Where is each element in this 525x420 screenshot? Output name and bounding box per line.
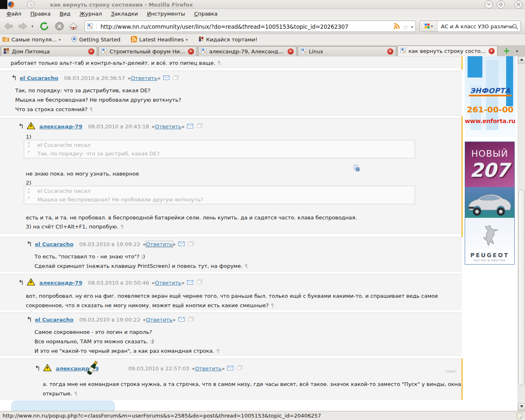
mail-icon[interactable] — [187, 280, 193, 286]
bookmark-folder-popular[interactable]: Самые популя... ▾ — [2, 36, 61, 43]
pages-icon[interactable] — [172, 75, 179, 82]
post-fragment: работает только альт-таб и контрл-альт-д… — [0, 56, 462, 68]
tab-close-icon[interactable]: ✕ — [488, 48, 495, 54]
tab-close-icon[interactable]: ✕ — [288, 48, 294, 55]
reply-link[interactable]: Ответить — [131, 75, 158, 81]
warning-icon — [27, 122, 35, 131]
maximize-button[interactable] — [497, 0, 505, 9]
minimize-button[interactable] — [485, 0, 493, 9]
pages-icon[interactable] — [196, 123, 203, 130]
enforta-phone: 261-00-00 — [465, 105, 516, 114]
forward-button[interactable] — [17, 21, 28, 31]
enforta-site: www.enforta.ru — [465, 118, 516, 124]
post-text-line: а. тогда мне не командная строка нужна, … — [43, 379, 462, 389]
peugeot-ad-banner[interactable]: НОВЫЙ 207 PEUGEOT MOTION & EMOTION — [465, 142, 515, 265]
author-link[interactable]: el Cucaracho — [35, 317, 73, 323]
reply-link[interactable]: Ответить — [155, 280, 181, 286]
stop-button[interactable] — [54, 21, 65, 31]
bookmark-star-icon[interactable]: ☆ — [403, 23, 408, 31]
reply-arrow-icon — [18, 279, 23, 286]
mail-icon[interactable] — [163, 75, 169, 81]
home-button[interactable] — [68, 21, 79, 31]
search-engine-area: ▾ — [420, 21, 438, 32]
reply-link[interactable]: Ответить — [195, 365, 221, 372]
post: александр-79 08.03.2010 в 20:43:18 «Отве… — [0, 118, 462, 234]
post-text: Сделай скриншот (нажать клавишу PrintScr… — [34, 263, 242, 269]
search-engine-chevron-icon[interactable]: ▾ — [431, 24, 433, 28]
mail-icon[interactable] — [227, 365, 233, 372]
pilcrow: ¶ — [74, 391, 78, 397]
menu-tools[interactable]: Инструменты — [143, 10, 189, 18]
bookmark-getting-started[interactable]: Getting Started — [71, 36, 121, 43]
tab-favicon — [301, 48, 306, 55]
back-forward-chevron-icon[interactable]: ▾ — [30, 21, 35, 31]
menu-history[interactable]: Журнал — [75, 10, 106, 18]
url-bar[interactable]: http://www.nn.ru/community/user/linux/?d… — [84, 21, 416, 32]
post-date: 09.03.2010 в 19:09:22 — [79, 241, 140, 247]
note-icon[interactable] — [517, 413, 523, 420]
menu-bookmarks[interactable]: Закладки — [107, 10, 142, 18]
mail-icon[interactable] — [187, 123, 193, 130]
author-link[interactable]: александр-79 — [39, 123, 82, 130]
mail-icon[interactable] — [178, 317, 185, 323]
window-menu-icon[interactable] — [27, 1, 34, 8]
quote-arrow-icon: ↗ — [27, 196, 30, 200]
search-go-icon[interactable] — [512, 23, 518, 32]
peugeot-car-image — [465, 187, 514, 218]
author-link[interactable]: александр-79 — [39, 280, 82, 286]
guillemet: « — [143, 241, 146, 247]
tab-close-icon[interactable]: ✕ — [387, 48, 393, 55]
bookmark-tortami[interactable]: Кидайся тортами! — [199, 36, 258, 43]
reply-link[interactable]: Ответить — [155, 123, 181, 130]
author-link[interactable]: el Cucaracho — [20, 75, 58, 81]
guillemet: « — [151, 123, 155, 130]
peugeot-ad-top: НОВЫЙ 207 — [465, 142, 514, 187]
building-shape — [506, 56, 513, 106]
rss-feed-icon[interactable] — [394, 23, 400, 31]
google-icon[interactable] — [424, 23, 430, 30]
urlbar-icons: ☆ ▾ — [394, 23, 413, 31]
quote-text: Так, по порядку: что за дистриб, какая D… — [37, 151, 160, 157]
back-button[interactable] — [3, 21, 14, 31]
tab-close-icon[interactable]: ✕ — [188, 48, 194, 55]
peugeot-lion-logo — [478, 224, 501, 249]
pages-icon[interactable] — [187, 241, 194, 248]
scroll-down-button[interactable] — [518, 403, 525, 411]
author-link[interactable]: el Cucaracho — [35, 241, 73, 247]
search-bar[interactable]: ▾ АС и А класс УЗО различия — [419, 21, 521, 32]
tab-favicon — [400, 47, 406, 55]
menu-edit[interactable]: Правка — [26, 10, 55, 18]
bookmark-latest-headlines[interactable]: Latest Headlines ▾ — [131, 36, 187, 43]
mail-icon[interactable] — [178, 241, 185, 247]
reply-link[interactable]: Ответить — [146, 241, 173, 247]
post: el Cucaracho 09.03.2010 в 19:00:22 «Отве… — [0, 313, 462, 356]
close-button[interactable] — [514, 0, 523, 9]
scrollbar-thumb[interactable] — [518, 189, 525, 386]
tab-close-icon[interactable]: ✕ — [88, 48, 94, 55]
reply-arrow-icon — [18, 123, 23, 130]
tab-favicon — [4, 48, 9, 55]
tab-list-chevron-icon[interactable]: ▾ — [516, 49, 518, 53]
scroll-up-button[interactable] — [518, 56, 525, 64]
menu-view[interactable]: Вид — [55, 10, 74, 18]
menu-help[interactable]: Справка — [190, 10, 221, 18]
menu-file[interactable]: Файл — [2, 10, 25, 18]
tab-kak-vernut-stroku[interactable]: как вернуть строку состоя... ✕ — [397, 46, 498, 56]
vertical-scrollbar[interactable] — [518, 56, 525, 411]
quote-block: ↗ ↗ ↗ el Cucaracho писал Мышка не беспро… — [24, 186, 415, 204]
reply-link[interactable]: Ответить — [146, 317, 173, 323]
urlbar-dropdown-icon[interactable]: ▾ — [411, 25, 413, 29]
search-input[interactable]: АС и А класс УЗО различия — [441, 23, 517, 30]
tab-linux[interactable]: Linux ✕ — [298, 46, 396, 56]
new-tab-button[interactable]: + — [502, 47, 511, 55]
pages-icon[interactable] — [196, 279, 203, 286]
pages-icon[interactable] — [187, 317, 194, 323]
pages-icon[interactable] — [236, 365, 243, 372]
tab-stroitelny-forum[interactable]: Строительный форум Ниж... ✕ — [98, 46, 197, 56]
quote-author: el Cucaracho писал — [37, 188, 90, 194]
pilcrow: ¶ — [216, 348, 219, 354]
enforta-ad-banner[interactable]: ЭНФОРТА 261-00-00 www.enforta.ru — [465, 56, 516, 137]
reload-button[interactable] — [39, 21, 50, 31]
tab-aleksandr-79[interactable]: александр-79, Александр ... ✕ — [198, 46, 297, 56]
tab-dom-pitomca[interactable]: Дом Питомца ✕ — [1, 46, 97, 56]
